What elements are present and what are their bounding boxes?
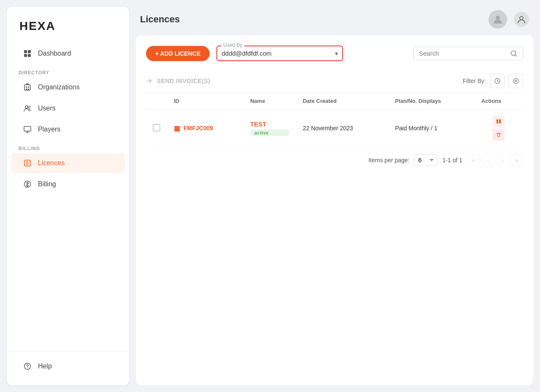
- sidebar-item-label: Billing: [38, 180, 56, 188]
- toolbar: + ADD LICENCE Used By dddd@dfdfdf.com ▾: [146, 46, 523, 61]
- copy-icon[interactable]: ▦: [174, 124, 180, 132]
- last-page-button[interactable]: »: [510, 154, 523, 166]
- filter-by-label: Filter By:: [463, 78, 486, 84]
- sidebar: HEXA Dashboard DIRECTORY Organi: [7, 7, 129, 385]
- sidebar-item-label: Players: [38, 126, 60, 133]
- licence-id-value: FMFJC009: [184, 125, 213, 132]
- prev-page-button[interactable]: ‹: [482, 154, 494, 166]
- svg-point-10: [25, 106, 28, 108]
- account-icon[interactable]: [514, 12, 529, 27]
- col-actions: Actions: [475, 93, 523, 110]
- items-per-page-label: Items per page:: [368, 157, 409, 164]
- content-area: + ADD LICENCE Used By dddd@dfdfdf.com ▾: [136, 35, 533, 385]
- search-bar: [413, 47, 523, 60]
- licence-id-cell: ▦ FMFJC009: [174, 124, 237, 132]
- send-invoice-label: SEND INVOICE(S): [157, 78, 211, 84]
- col-plan: Plan/No. Displays: [388, 93, 474, 110]
- pagination-row: Items per page: 6 12 24 48 1-1 of 1 « ‹ …: [146, 147, 523, 168]
- table-row: ▦ FMFJC009 TEST active 22 November 2023: [146, 110, 523, 147]
- logo: HEXA: [7, 15, 129, 43]
- sidebar-item-label: Users: [38, 105, 56, 112]
- status-badge: active: [250, 129, 289, 136]
- date-created: 22 November 2023: [303, 125, 353, 132]
- plan-value: Paid Monthly / 1: [395, 125, 437, 132]
- svg-rect-8: [28, 89, 29, 90]
- used-by-label: Used By: [221, 42, 244, 48]
- sidebar-item-licences[interactable]: Licences: [11, 153, 125, 173]
- section-billing: BILLING: [7, 140, 129, 153]
- top-bar: Licences: [136, 7, 533, 35]
- logo-text: HEXA: [19, 19, 56, 32]
- top-right: [489, 10, 529, 29]
- next-page-button[interactable]: ›: [496, 154, 509, 166]
- licence-icon: [23, 158, 32, 168]
- used-by-filter: Used By dddd@dfdfdf.com ▾: [216, 46, 343, 61]
- svg-rect-1: [28, 50, 31, 53]
- sidebar-item-label: Dashboard: [38, 50, 71, 57]
- sidebar-footer: Help: [7, 351, 129, 377]
- svg-point-18: [520, 16, 523, 20]
- dollar-icon: [23, 180, 32, 189]
- monitor-icon: [23, 125, 32, 134]
- search-input[interactable]: [419, 50, 507, 57]
- svg-rect-2: [24, 54, 27, 57]
- per-page-select[interactable]: 6 12 24 48: [414, 154, 437, 166]
- col-id: ID: [167, 93, 243, 110]
- sidebar-item-help[interactable]: Help: [11, 357, 125, 376]
- send-invoice-button[interactable]: SEND INVOICE(S): [146, 77, 211, 85]
- help-icon: [23, 362, 32, 371]
- items-per-page: Items per page: 6 12 24 48: [368, 154, 437, 166]
- send-icon: [146, 77, 154, 85]
- section-directory: DIRECTORY: [7, 64, 129, 77]
- search-icon: [510, 50, 518, 57]
- filter-time-button[interactable]: [490, 74, 505, 88]
- sidebar-item-label: Help: [38, 362, 52, 370]
- filter-clear-button[interactable]: [509, 74, 523, 88]
- svg-point-16: [27, 368, 27, 368]
- add-licence-button[interactable]: + ADD LICENCE: [146, 46, 210, 61]
- page-info: 1-1 of 1: [443, 157, 462, 164]
- filter-by: Filter By:: [463, 74, 523, 88]
- row-checkbox[interactable]: [153, 124, 160, 132]
- svg-point-17: [496, 16, 500, 20]
- col-checkbox: [146, 93, 167, 110]
- pause-button[interactable]: [493, 115, 505, 127]
- svg-rect-0: [24, 50, 27, 53]
- sidebar-item-label: Organizations: [38, 83, 80, 91]
- name-cell: TEST active: [250, 121, 289, 136]
- svg-rect-3: [28, 54, 31, 57]
- svg-rect-12: [24, 126, 31, 131]
- col-name: Name: [243, 93, 296, 110]
- sidebar-item-organizations[interactable]: Organizations: [11, 78, 125, 97]
- svg-point-11: [28, 106, 30, 108]
- licence-name: TEST: [250, 121, 289, 128]
- main-content: Licences + ADD LICENCE Used By: [136, 0, 540, 392]
- actions-cell: [481, 115, 516, 141]
- page-title: Licences: [140, 14, 180, 25]
- first-page-button[interactable]: «: [467, 154, 480, 166]
- page-nav: « ‹ › »: [467, 154, 523, 166]
- sidebar-item-users[interactable]: Users: [11, 99, 125, 118]
- sidebar-item-players[interactable]: Players: [11, 120, 125, 139]
- svg-rect-22: [497, 119, 498, 124]
- avatar-circle: [489, 10, 507, 29]
- used-by-select[interactable]: dddd@dfdfdf.com: [221, 47, 338, 59]
- sidebar-item-label: Licences: [38, 159, 65, 167]
- svg-rect-9: [26, 83, 29, 85]
- col-date: Date Created: [296, 93, 389, 110]
- licences-table: ID Name Date Created Plan/No. Displays A…: [146, 93, 523, 147]
- sidebar-item-billing[interactable]: Billing: [11, 175, 125, 194]
- building-icon: [23, 83, 32, 92]
- svg-rect-7: [26, 89, 27, 90]
- svg-rect-5: [26, 86, 27, 88]
- sidebar-item-dashboard[interactable]: Dashboard: [11, 44, 125, 63]
- send-invoice-bar: SEND INVOICE(S) Filter By:: [146, 70, 523, 93]
- svg-rect-6: [28, 86, 29, 88]
- grid-icon: [23, 49, 32, 58]
- delete-button[interactable]: [493, 129, 505, 141]
- table-wrap: ID Name Date Created Plan/No. Displays A…: [146, 93, 523, 147]
- users-icon: [23, 104, 32, 113]
- svg-rect-23: [499, 119, 501, 124]
- svg-rect-4: [24, 85, 30, 90]
